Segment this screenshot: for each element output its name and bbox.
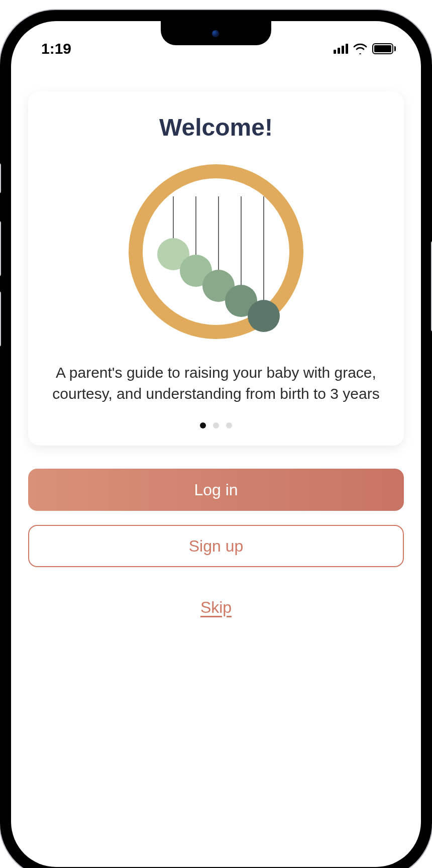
status-time: 1:19 xyxy=(41,40,71,57)
cellular-signal-icon xyxy=(334,44,348,54)
svg-point-10 xyxy=(248,300,280,332)
welcome-description: A parent's guide to raising your baby wi… xyxy=(45,362,387,404)
signup-button[interactable]: Sign up xyxy=(28,525,404,567)
pager-dot-2[interactable] xyxy=(213,422,219,428)
status-indicators xyxy=(334,43,396,54)
signup-button-label: Sign up xyxy=(189,537,244,556)
screen: 1:19 Welcom xyxy=(11,21,421,867)
phone-frame: 1:19 Welcom xyxy=(0,10,432,868)
skip-link[interactable]: Skip xyxy=(200,598,232,616)
battery-icon xyxy=(372,43,396,54)
welcome-card: Welcome! xyxy=(28,91,404,446)
pendulum-illustration xyxy=(45,156,387,347)
action-buttons: Log in Sign up xyxy=(28,469,404,567)
pager-dot-3[interactable] xyxy=(226,422,232,428)
welcome-title: Welcome! xyxy=(45,114,387,141)
notch xyxy=(161,21,271,45)
login-button[interactable]: Log in xyxy=(28,469,404,511)
skip-container: Skip xyxy=(28,598,404,617)
mute-switch xyxy=(0,163,1,193)
volume-up-button xyxy=(0,221,1,276)
onboarding-content: Welcome! xyxy=(11,66,421,617)
pager-dot-1[interactable] xyxy=(200,422,206,428)
wifi-icon xyxy=(353,43,367,54)
volume-down-button xyxy=(0,291,1,347)
login-button-label: Log in xyxy=(194,481,238,499)
pager-dots[interactable] xyxy=(45,422,387,428)
